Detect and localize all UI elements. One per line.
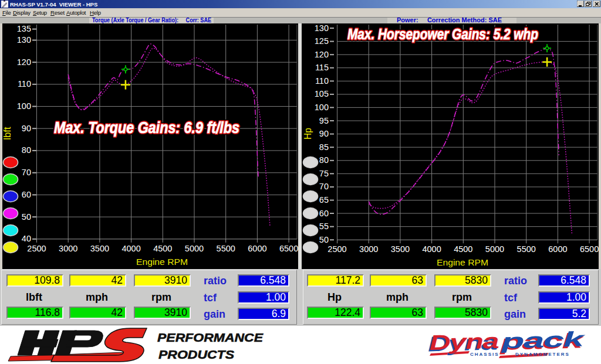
- svg-text:6000: 6000: [248, 244, 266, 253]
- svg-text:125: 125: [315, 36, 329, 46]
- svg-text:115: 115: [315, 63, 329, 72]
- svg-text:Torque (Axle Torque / Gear Rat: Torque (Axle Torque / Gear Ratio): Corr:…: [92, 17, 211, 23]
- svg-text:90: 90: [319, 129, 329, 138]
- svg-text:4500: 4500: [153, 244, 172, 253]
- svg-text:80: 80: [22, 145, 31, 155]
- svg-text:105: 105: [315, 89, 329, 98]
- svg-text:Max. Horsepower Gains: 5.2 wh: Max. Horsepower Gains: 5.2 whp: [347, 26, 538, 42]
- svg-text:5500: 5500: [217, 244, 235, 253]
- svg-text:CHASSIS: CHASSIS: [470, 352, 499, 357]
- svg-text:130: 130: [17, 35, 31, 45]
- svg-text:6500: 6500: [580, 244, 599, 254]
- svg-text:80: 80: [319, 155, 329, 165]
- svg-text:90: 90: [22, 124, 31, 133]
- svg-text:3000: 3000: [359, 244, 378, 254]
- svg-text:135: 135: [17, 24, 31, 33]
- svg-text:110: 110: [315, 76, 329, 86]
- svg-text:120: 120: [315, 50, 329, 59]
- svg-text:60: 60: [22, 190, 31, 199]
- svg-text:PRODUCTS: PRODUCTS: [158, 348, 235, 361]
- svg-text:65: 65: [319, 195, 329, 205]
- svg-text:3000: 3000: [59, 244, 77, 253]
- svg-text:6500: 6500: [279, 244, 298, 253]
- svg-text:5500: 5500: [517, 244, 536, 254]
- svg-text:2500: 2500: [327, 244, 346, 254]
- svg-text:4000: 4000: [121, 244, 140, 253]
- svg-text:85: 85: [319, 142, 329, 152]
- svg-text:5000: 5000: [485, 244, 504, 254]
- svg-text:6000: 6000: [548, 244, 567, 254]
- svg-text:70: 70: [319, 182, 329, 191]
- svg-text:Engine RPM: Engine RPM: [136, 257, 188, 267]
- svg-text:50: 50: [22, 212, 31, 222]
- svg-text:4000: 4000: [422, 244, 441, 254]
- svg-text:pack: pack: [499, 327, 586, 353]
- svg-text:lbft: lbft: [2, 127, 12, 140]
- svg-text:50: 50: [319, 235, 329, 244]
- svg-text:PERFORMANCE: PERFORMANCE: [157, 331, 264, 344]
- svg-text:Engine RPM: Engine RPM: [437, 257, 488, 267]
- svg-text:DYNAMOMETERS: DYNAMOMETERS: [515, 352, 570, 357]
- svg-text:Max. Torque Gains: 6.9 ft/lbs: Max. Torque Gains: 6.9 ft/lbs: [54, 119, 239, 137]
- svg-text:120: 120: [17, 57, 31, 67]
- svg-text:4500: 4500: [454, 244, 472, 254]
- svg-text:55: 55: [319, 222, 329, 231]
- svg-text:100: 100: [17, 101, 31, 111]
- svg-text:Dyna: Dyna: [429, 329, 499, 355]
- svg-text:70: 70: [22, 168, 31, 177]
- svg-text:3500: 3500: [90, 244, 109, 253]
- svg-text:60: 60: [319, 209, 329, 218]
- svg-text:5000: 5000: [185, 244, 204, 253]
- svg-text:75: 75: [319, 169, 329, 178]
- svg-text:40: 40: [22, 234, 31, 243]
- svg-text:3500: 3500: [391, 244, 410, 254]
- svg-text:100: 100: [315, 103, 329, 112]
- svg-text:130: 130: [315, 23, 329, 33]
- svg-text:95: 95: [319, 116, 329, 125]
- svg-text:Hp: Hp: [303, 128, 313, 140]
- svg-text:Power: Correction Method:: Power: Correction Method: SAE: [397, 17, 502, 23]
- svg-text:110: 110: [18, 79, 31, 89]
- svg-text:2500: 2500: [27, 244, 46, 253]
